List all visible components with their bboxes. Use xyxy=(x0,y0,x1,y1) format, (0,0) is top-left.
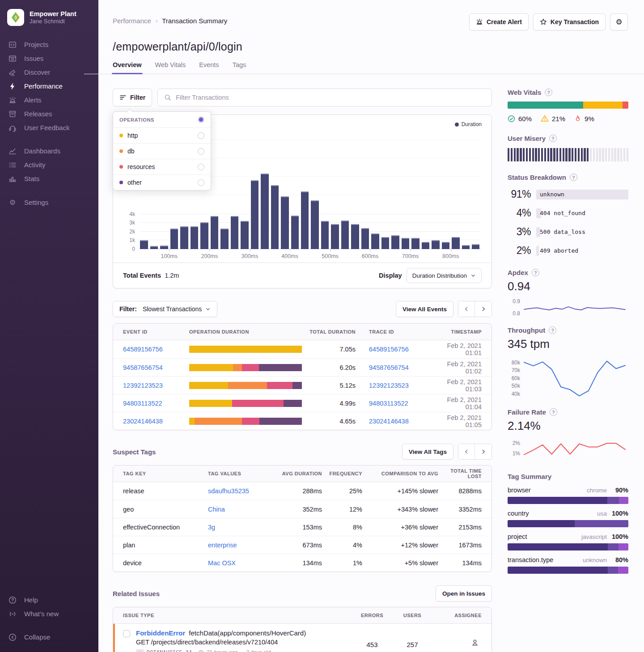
event-id-link[interactable]: 64589156756 xyxy=(123,346,189,353)
stats-icon xyxy=(8,175,17,183)
tags-pager-prev-button[interactable] xyxy=(458,444,475,459)
event-id-link[interactable]: 94803113522 xyxy=(123,400,189,407)
assignee-icon[interactable] xyxy=(471,639,479,647)
org-switcher[interactable]: Empower Plant Jane Schmidt xyxy=(0,7,98,38)
sidebar-item-user-feedback[interactable]: User Feedback xyxy=(0,121,98,135)
sidebar-item-performance[interactable]: Performance xyxy=(0,79,98,93)
tab-events[interactable]: Events xyxy=(199,61,219,74)
key-transaction-button[interactable]: Key Transaction xyxy=(533,13,606,30)
events-pager-prev-button[interactable] xyxy=(458,301,475,317)
resources-radio[interactable] xyxy=(198,164,204,170)
open-in-issues-button[interactable]: Open in Issues xyxy=(436,585,492,601)
operation-option-db[interactable]: db xyxy=(113,143,211,159)
events-filter-select[interactable]: Filter: Slowest Transactions xyxy=(113,301,217,317)
avg-duration: 153ms xyxy=(275,524,322,531)
event-timestamp: Feb 2, 2021 01:05 xyxy=(436,414,482,428)
display-select[interactable]: Duration Distribution xyxy=(407,268,482,283)
trace-id-link[interactable]: 23024146438 xyxy=(369,418,436,425)
operation-option-resources[interactable]: resources xyxy=(113,159,211,174)
transaction-settings-button[interactable]: ⚙ xyxy=(610,13,628,30)
tag-summary-value: chrome xyxy=(587,487,607,494)
sidebar-item-settings[interactable]: ⚙Settings xyxy=(0,195,98,209)
event-id-link[interactable]: 23024146438 xyxy=(123,418,189,425)
org-name: Empower Plant xyxy=(30,10,76,18)
breadcrumb-performance[interactable]: Performance xyxy=(113,17,151,25)
events-pager-next-button[interactable] xyxy=(475,301,491,317)
tag-summary-key: browser xyxy=(508,487,531,494)
sidebar-item-projects[interactable]: Projects xyxy=(0,38,98,51)
other-radio[interactable] xyxy=(198,179,204,186)
question-icon[interactable]: ? xyxy=(550,408,557,416)
tab-web-vitals[interactable]: Web Vitals xyxy=(155,61,186,74)
sidebar-item-releases[interactable]: Releases xyxy=(0,107,98,121)
sidebar-item-issues[interactable]: Issues xyxy=(0,51,98,65)
collapse-icon xyxy=(8,633,17,641)
misery-segment xyxy=(608,148,610,161)
http-radio[interactable] xyxy=(198,132,204,139)
operation-option-http[interactable]: http xyxy=(113,127,211,143)
misery-segment xyxy=(627,148,628,161)
tab-tags[interactable]: Tags xyxy=(233,61,246,74)
events-col-header: EVENT ID xyxy=(123,329,189,334)
project-badge[interactable]: </> BOTANAVOICE-34 xyxy=(136,649,192,652)
throughput-value: 345 tpm xyxy=(508,337,628,351)
tag-summary-key: country xyxy=(508,510,529,517)
frequency: 25% xyxy=(322,487,362,495)
tag-value-link[interactable]: 3g xyxy=(208,524,275,531)
tags-pager-next-button[interactable] xyxy=(475,444,491,459)
status-label: 404 not_found xyxy=(536,210,585,216)
tag-value-link[interactable]: China xyxy=(208,506,275,513)
total-time-lost: 1673ms xyxy=(438,542,482,549)
create-alert-button[interactable]: Create Alert xyxy=(469,13,529,30)
trace-id-link[interactable]: 94587656754 xyxy=(369,364,436,371)
trace-id-link[interactable]: 94803113522 xyxy=(369,400,436,407)
view-all-events-button[interactable]: View All Events xyxy=(396,301,453,317)
tag-value-link[interactable]: enterprise xyxy=(208,542,275,549)
histogram-bar xyxy=(381,237,389,249)
issue-checkbox[interactable] xyxy=(123,630,130,637)
db-radio[interactable] xyxy=(198,148,204,155)
histogram-bar xyxy=(160,246,168,249)
trace-id-link[interactable]: 64589156756 xyxy=(369,346,436,353)
histogram-bar xyxy=(231,216,238,249)
event-id-link[interactable]: 94587656754 xyxy=(123,364,189,371)
operations-all-radio[interactable] xyxy=(198,116,204,123)
trace-id-link[interactable]: 12392123523 xyxy=(369,382,436,389)
help-icon xyxy=(8,596,17,604)
status-pct: 4% xyxy=(508,207,531,219)
tab-overview[interactable]: Overview xyxy=(113,61,142,74)
sidebar-item-help[interactable]: Help xyxy=(0,593,98,607)
question-icon[interactable]: ? xyxy=(549,326,556,334)
chart-legend[interactable]: Duration xyxy=(455,121,482,127)
histogram-bar xyxy=(361,228,369,249)
issues-icon xyxy=(8,55,17,63)
event-id-link[interactable]: 12392123523 xyxy=(123,382,189,389)
sidebar-item-discover[interactable]: Discover xyxy=(0,65,98,79)
misery-segment xyxy=(511,148,513,161)
histogram-bar xyxy=(371,233,379,249)
question-icon[interactable]: ? xyxy=(545,89,552,96)
tag-value-link[interactable]: sdaufhu35235 xyxy=(208,487,275,495)
sidebar-item-collapse[interactable]: Collapse xyxy=(0,630,98,644)
throughput-title: Throughput xyxy=(508,326,545,334)
issue-type-link[interactable]: ForbiddenError xyxy=(136,629,185,637)
vitals-segment-meh xyxy=(583,102,623,109)
tag-value-link[interactable]: Mac OSX xyxy=(208,559,275,567)
question-icon[interactable]: ? xyxy=(549,135,557,142)
check-circle-icon xyxy=(508,115,515,123)
projects-icon xyxy=(8,41,17,49)
filter-button[interactable]: Filter xyxy=(113,89,152,106)
status-row: 3% 500 data_loss xyxy=(508,226,628,238)
search-input[interactable] xyxy=(176,94,485,101)
question-icon[interactable]: ? xyxy=(570,174,577,181)
sidebar-item-alerts[interactable]: Alerts xyxy=(0,93,98,107)
app-sidebar: Empower Plant Jane Schmidt ProjectsIssue… xyxy=(0,0,98,652)
sidebar-item-what-s-new[interactable]: What’s new xyxy=(0,607,98,621)
question-icon[interactable]: ? xyxy=(532,269,539,276)
sidebar-item-activity[interactable]: Activity xyxy=(0,158,98,172)
view-all-tags-button[interactable]: View All Tags xyxy=(402,444,453,460)
sidebar-item-stats[interactable]: Stats xyxy=(0,172,98,186)
histogram-bar xyxy=(391,235,399,249)
sidebar-item-dashboards[interactable]: Dashboards xyxy=(0,144,98,158)
operation-option-other[interactable]: other xyxy=(113,174,211,190)
